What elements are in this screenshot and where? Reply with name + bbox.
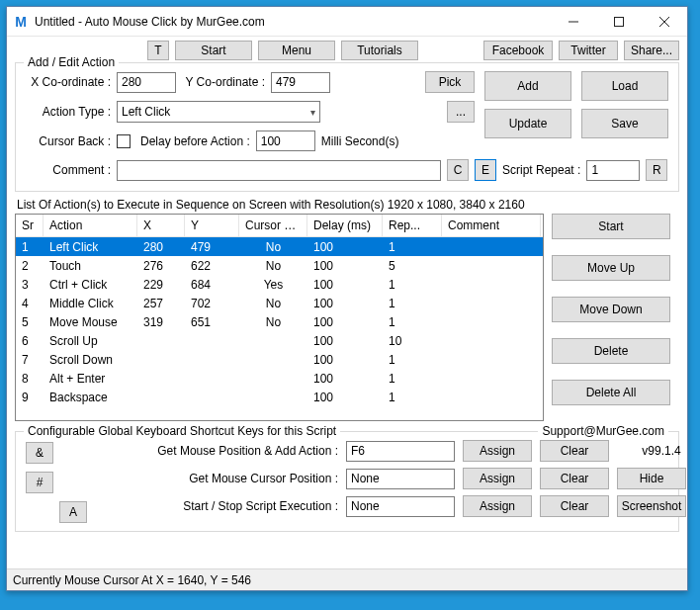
start-top-button[interactable]: Start	[175, 41, 252, 60]
svg-rect-1	[615, 17, 624, 26]
x-coord-input[interactable]	[117, 72, 176, 93]
cell-rep: 1	[383, 371, 442, 387]
delete-all-button[interactable]: Delete All	[552, 380, 670, 405]
cell-cb	[239, 359, 307, 361]
cell-sr: 7	[16, 352, 44, 368]
startstop-label: Start / Stop Script Execution :	[95, 499, 338, 513]
pick-button[interactable]: Pick	[425, 71, 475, 93]
share-button[interactable]: Share...	[624, 41, 679, 60]
table-row[interactable]: 9Backspace1001	[16, 388, 543, 406]
move-down-button[interactable]: Move Down	[552, 297, 670, 322]
save-button[interactable]: Save	[581, 109, 668, 138]
action-type-select[interactable]: Left Click ▾	[117, 101, 320, 123]
hash-button[interactable]: #	[26, 472, 53, 493]
cell-x: 319	[137, 314, 185, 330]
c-button[interactable]: C	[447, 159, 469, 181]
shortcut-title: Configurable Global Keyboard Shortcut Ke…	[24, 424, 340, 438]
comment-label: Comment :	[26, 163, 111, 177]
twitter-button[interactable]: Twitter	[559, 41, 618, 60]
menu-button[interactable]: Menu	[258, 41, 335, 60]
col-action[interactable]: Action	[44, 215, 137, 236]
clear-button-3[interactable]: Clear	[540, 495, 609, 517]
add-edit-group: Add / Edit Action X Co-ordinate : Y Co-o…	[15, 62, 679, 192]
table-row[interactable]: 5Move Mouse319651No1001	[16, 312, 543, 331]
amp-button[interactable]: &	[26, 442, 53, 464]
cell-comment	[442, 265, 541, 267]
table-row[interactable]: 3Ctrl + Click229684Yes1001	[16, 275, 543, 294]
titlebar: M Untitled - Auto Mouse Click by MurGee.…	[7, 7, 687, 37]
cell-y: 684	[185, 277, 239, 293]
col-cursor-back[interactable]: Cursor B...	[239, 215, 307, 236]
e-button[interactable]: E	[475, 159, 496, 181]
cursor-back-checkbox[interactable]	[117, 134, 131, 148]
a-button[interactable]: A	[59, 501, 87, 523]
cell-rep: 5	[383, 258, 442, 274]
update-button[interactable]: Update	[484, 109, 571, 138]
cell-comment	[442, 246, 541, 248]
action-table[interactable]: Sr Action X Y Cursor B... Delay (ms) Rep…	[15, 214, 544, 421]
cell-sr: 8	[16, 371, 44, 387]
support-link[interactable]: Support@MurGee.com	[538, 424, 668, 438]
cell-delay: 100	[307, 296, 383, 311]
close-button[interactable]	[642, 7, 687, 37]
cell-rep: 10	[383, 333, 442, 349]
cell-x: 280	[137, 239, 185, 255]
y-coord-input[interactable]	[271, 72, 330, 93]
col-delay[interactable]: Delay (ms)	[307, 215, 383, 236]
cell-rep: 1	[383, 296, 442, 311]
cell-cb: No	[239, 258, 307, 274]
startstop-input[interactable]	[346, 496, 455, 517]
delay-input[interactable]	[256, 131, 315, 151]
cell-x	[137, 359, 185, 361]
cell-delay: 100	[307, 333, 383, 349]
cell-cb: No	[239, 314, 307, 330]
action-type-value: Left Click	[122, 105, 170, 119]
getpos-add-input[interactable]	[346, 441, 455, 462]
facebook-button[interactable]: Facebook	[483, 41, 553, 60]
col-comment[interactable]: Comment	[442, 215, 541, 236]
col-x[interactable]: X	[137, 215, 185, 236]
col-repeat[interactable]: Rep...	[383, 215, 442, 236]
delete-button[interactable]: Delete	[552, 338, 670, 364]
hide-button[interactable]: Hide	[617, 468, 686, 489]
table-row[interactable]: 6Scroll Up10010	[16, 331, 543, 350]
maximize-button[interactable]	[596, 7, 642, 37]
col-sr[interactable]: Sr	[16, 215, 44, 236]
load-button[interactable]: Load	[581, 71, 668, 101]
assign-button-3[interactable]: Assign	[463, 495, 532, 517]
assign-button-2[interactable]: Assign	[463, 468, 532, 489]
assign-button-1[interactable]: Assign	[463, 440, 532, 462]
cell-comment	[442, 321, 541, 323]
r-button[interactable]: R	[646, 159, 667, 181]
clear-button-1[interactable]: Clear	[540, 440, 609, 462]
cell-comment	[442, 359, 541, 361]
col-y[interactable]: Y	[185, 215, 239, 236]
table-row[interactable]: 1Left Click280479No1001	[16, 237, 543, 256]
table-row[interactable]: 2Touch276622No1005	[16, 256, 543, 275]
cell-y	[185, 378, 239, 380]
cell-cb	[239, 378, 307, 380]
cell-sr: 6	[16, 333, 44, 349]
table-row[interactable]: 8Alt + Enter1001	[16, 369, 543, 388]
comment-input[interactable]	[117, 160, 441, 181]
screenshot-button[interactable]: Screenshot	[617, 495, 686, 517]
table-row[interactable]: 7Scroll Down1001	[16, 350, 543, 369]
minimize-button[interactable]	[551, 7, 596, 37]
t-button[interactable]: T	[147, 41, 169, 60]
cell-rep: 1	[383, 277, 442, 293]
move-up-button[interactable]: Move Up	[552, 255, 670, 281]
add-button[interactable]: Add	[484, 71, 571, 101]
getpos-input[interactable]	[346, 469, 455, 489]
tutorials-button[interactable]: Tutorials	[341, 41, 418, 60]
cell-y	[185, 396, 239, 398]
ellipsis-button[interactable]: ...	[447, 101, 475, 123]
start-button[interactable]: Start	[552, 214, 670, 239]
clear-button-2[interactable]: Clear	[540, 468, 609, 489]
cell-action: Middle Click	[44, 296, 137, 311]
getpos-add-label: Get Mouse Position & Add Action :	[95, 444, 338, 458]
cell-action: Backspace	[44, 390, 137, 405]
script-repeat-input[interactable]	[586, 160, 640, 181]
cell-x: 276	[137, 258, 185, 274]
table-row[interactable]: 4Middle Click257702No1001	[16, 294, 543, 312]
window-title: Untitled - Auto Mouse Click by MurGee.co…	[35, 15, 551, 29]
